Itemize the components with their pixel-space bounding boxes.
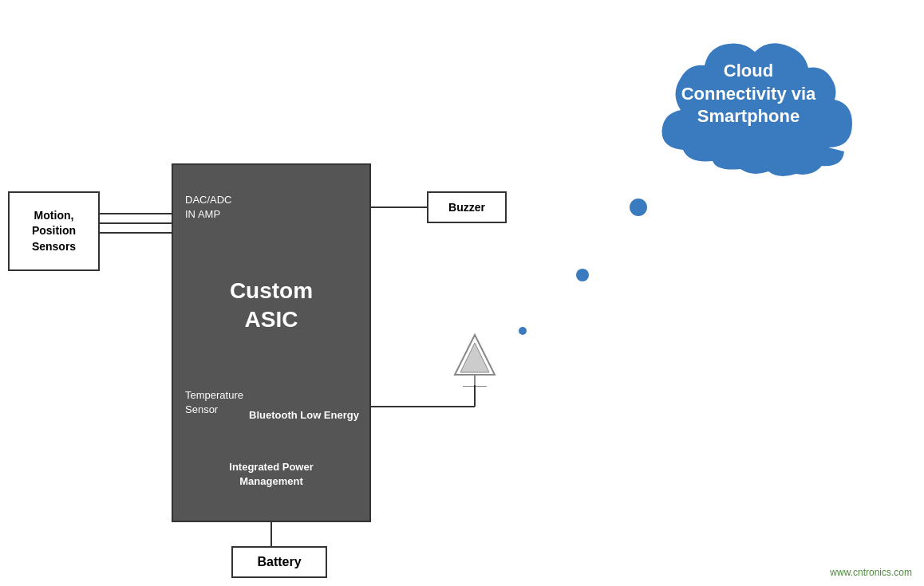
power-management-label: Integrated PowerManagement	[173, 460, 369, 489]
asic-box: DAC/ADCIN AMP Custom ASIC TemperatureSen…	[172, 163, 371, 522]
ble-label: Bluetooth Low Energy	[249, 408, 359, 423]
watermark: www.cntronics.com	[830, 567, 912, 578]
cloud-connectivity: Cloud Connectivity via Smartphone	[637, 24, 860, 183]
sensors-box: Motion,PositionSensors	[8, 191, 100, 271]
ble-dot-small	[519, 327, 527, 335]
antenna-symbol	[451, 331, 499, 387]
dac-label: DAC/ADCIN AMP	[185, 193, 232, 222]
cloud-text: Cloud Connectivity via Smartphone	[637, 60, 860, 128]
asic-title: Custom ASIC	[173, 277, 369, 335]
svg-marker-1	[460, 343, 489, 372]
battery-label: Battery	[257, 555, 301, 569]
battery-box: Battery	[231, 546, 327, 578]
sensors-label: Motion,PositionSensors	[32, 208, 76, 255]
buzzer-label: Buzzer	[448, 201, 485, 214]
temp-sensor-label: TemperatureSensor	[185, 388, 243, 417]
ble-dot-large	[630, 199, 647, 216]
ble-dot-medium	[576, 269, 589, 281]
buzzer-box: Buzzer	[427, 191, 507, 223]
